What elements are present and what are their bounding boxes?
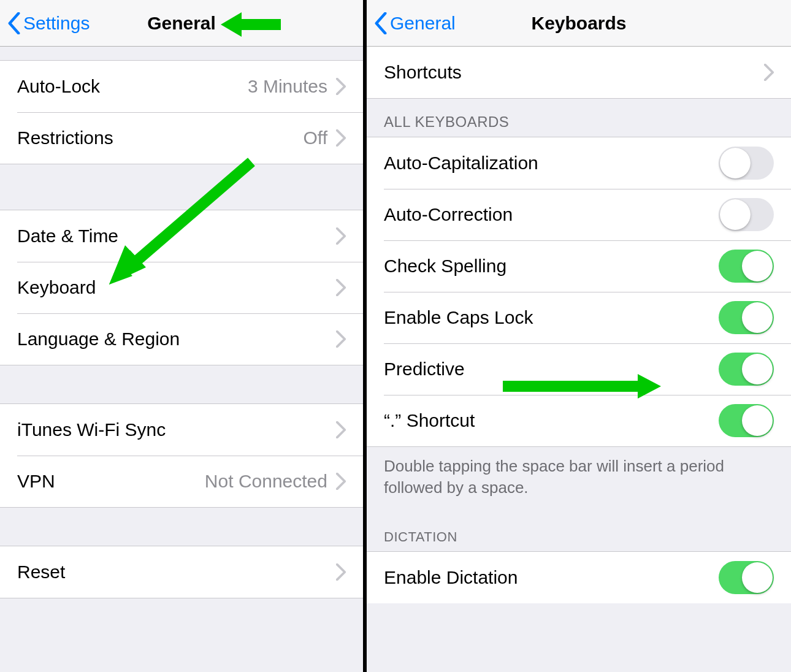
row-reset[interactable]: Reset [0, 546, 363, 598]
row-itunes-wifi[interactable]: iTunes Wi-Fi Sync [0, 404, 363, 456]
chevron-right-icon [336, 330, 346, 348]
row-language-region[interactable]: Language & Region [0, 313, 363, 365]
navbar-keyboards: General Keyboards [367, 0, 791, 47]
row-label: VPN [17, 471, 205, 492]
chevron-right-icon [764, 64, 774, 81]
row-label: Auto-Capitalization [384, 153, 719, 174]
row-period-shortcut: “.” Shortcut [367, 395, 791, 446]
chevron-right-icon [336, 78, 346, 95]
group-all-keyboards: Auto-Capitalization Auto-Correction Chec… [367, 137, 791, 447]
row-label: Auto-Correction [384, 204, 719, 225]
row-label: Enable Dictation [384, 567, 719, 588]
row-restrictions[interactable]: Restrictions Off [0, 112, 363, 164]
toggle-dictation[interactable] [719, 561, 774, 594]
group-regional: Date & Time Keyboard Language & Region [0, 210, 363, 365]
row-label: Enable Caps Lock [384, 307, 719, 328]
chevron-right-icon [336, 421, 346, 438]
row-label: Shortcuts [384, 62, 764, 83]
toggle-predictive[interactable] [719, 353, 774, 386]
toggle-check-spelling[interactable] [719, 250, 774, 283]
row-label: Auto-Lock [17, 76, 248, 97]
chevron-left-icon [7, 12, 21, 34]
back-label: Settings [23, 13, 90, 34]
row-value: 3 Minutes [248, 76, 327, 97]
chevron-right-icon [336, 129, 346, 147]
back-button[interactable]: Settings [7, 12, 90, 34]
general-settings-screen: Settings General Auto-Lock 3 Minutes Res… [0, 0, 367, 672]
group-reset: Reset [0, 546, 363, 598]
toggle-caps-lock[interactable] [719, 301, 774, 334]
row-label: Reset [17, 562, 336, 582]
row-check-spelling: Check Spelling [367, 240, 791, 292]
row-auto-capitalization: Auto-Capitalization [367, 137, 791, 189]
row-date-time[interactable]: Date & Time [0, 210, 363, 262]
chevron-right-icon [336, 473, 346, 490]
back-label: General [390, 13, 456, 34]
row-keyboard[interactable]: Keyboard [0, 262, 363, 313]
row-vpn[interactable]: VPN Not Connected [0, 456, 363, 507]
row-label: Restrictions [17, 128, 304, 148]
group-shortcuts: Shortcuts [367, 47, 791, 99]
back-button[interactable]: General [374, 12, 456, 34]
chevron-right-icon [336, 279, 346, 296]
group-sync: iTunes Wi-Fi Sync VPN Not Connected [0, 403, 363, 508]
group-dictation: Enable Dictation [367, 551, 791, 603]
row-label: Date & Time [17, 226, 336, 246]
keyboards-screen: General Keyboards Shortcuts ALL KEYBOARD… [367, 0, 791, 672]
row-shortcuts[interactable]: Shortcuts [367, 47, 791, 98]
row-value: Not Connected [205, 471, 327, 492]
section-header-dictation: DICTATION [367, 505, 791, 551]
chevron-right-icon [336, 227, 346, 245]
toggle-auto-correction[interactable] [719, 198, 774, 231]
row-label: Language & Region [17, 329, 336, 349]
row-enable-caps-lock: Enable Caps Lock [367, 292, 791, 343]
toggle-period-shortcut[interactable] [719, 404, 774, 437]
row-enable-dictation: Enable Dictation [367, 552, 791, 603]
section-footer-period: Double tapping the space bar will insert… [367, 447, 791, 505]
row-label: “.” Shortcut [384, 410, 719, 431]
section-header-all-keyboards: ALL KEYBOARDS [367, 99, 791, 137]
chevron-left-icon [374, 12, 388, 34]
row-predictive: Predictive [367, 343, 791, 395]
row-label: Keyboard [17, 277, 336, 298]
row-label: Check Spelling [384, 256, 719, 277]
row-label: iTunes Wi-Fi Sync [17, 419, 336, 440]
group-lock: Auto-Lock 3 Minutes Restrictions Off [0, 60, 363, 164]
row-label: Predictive [384, 359, 719, 380]
chevron-right-icon [336, 563, 346, 581]
row-auto-correction: Auto-Correction [367, 189, 791, 240]
navbar-general: Settings General [0, 0, 363, 47]
row-auto-lock[interactable]: Auto-Lock 3 Minutes [0, 61, 363, 112]
row-value: Off [304, 128, 327, 148]
toggle-auto-capitalization[interactable] [719, 147, 774, 180]
